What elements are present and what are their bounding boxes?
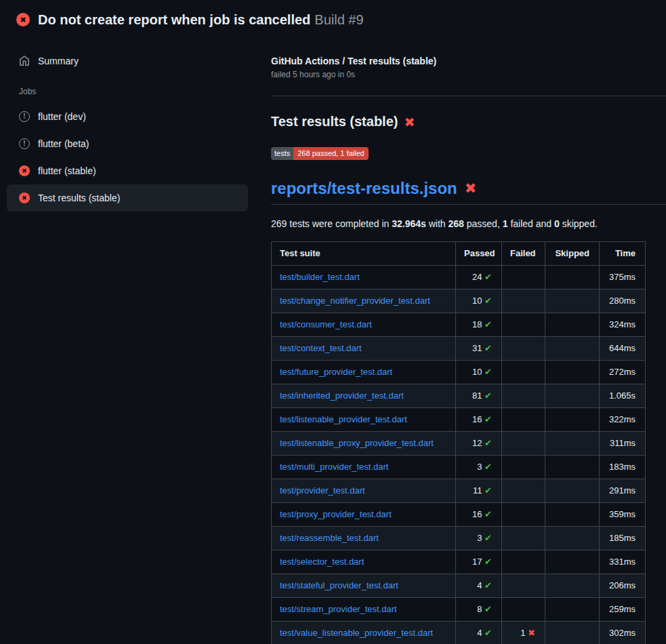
run-meta: failed 5 hours ago in 0s (271, 70, 666, 79)
check-icon: ✔ (484, 462, 492, 472)
results-body: test/builder_test.dart24 ✔375mstest/chan… (272, 266, 646, 644)
sidebar-job-item[interactable]: ✖flutter (stable) (7, 157, 248, 184)
badge-value: 268 passed, 1 failed (293, 147, 368, 160)
suite-cell: test/stateful_provider_test.dart (272, 574, 456, 598)
passed-cell: 31 ✔ (456, 337, 502, 361)
count: 24 (472, 272, 482, 282)
job-label: flutter (beta) (38, 138, 89, 150)
check-icon: ✔ (484, 438, 492, 448)
failed-cell (502, 266, 545, 289)
suite-link[interactable]: test/stream_provider_test.dart (280, 604, 397, 614)
passed-cell: 16 ✔ (456, 503, 502, 527)
count: 8 (477, 604, 482, 614)
column-header: Passed (456, 242, 502, 266)
failed-cell (502, 408, 545, 432)
suite-link[interactable]: test/builder_test.dart (280, 272, 360, 282)
page-layout: Summary Jobs !flutter (dev)!flutter (bet… (0, 35, 666, 644)
failed-cell (502, 361, 545, 384)
skipped-cell (545, 598, 600, 622)
skipped-cell (545, 527, 600, 550)
suite-link[interactable]: test/value_listenable_provider_test.dart (280, 628, 433, 638)
test-suite-row: test/future_provider_test.dart10 ✔272ms (272, 361, 646, 384)
suite-link[interactable]: test/inherited_provider_test.dart (280, 390, 404, 401)
suite-link[interactable]: test/multi_provider_test.dart (280, 462, 388, 472)
sidebar-job-item[interactable]: !flutter (dev) (7, 103, 248, 130)
column-header: Test suite (272, 242, 456, 266)
test-suite-row: test/listenable_proxy_provider_test.dart… (272, 432, 646, 456)
report-heading: reports/test-results.json ✖ (271, 179, 666, 205)
summary-text-part: 268 (449, 218, 464, 229)
test-suite-row: test/context_test.dart31 ✔644ms (272, 337, 646, 361)
suite-link[interactable]: test/selector_test.dart (280, 557, 364, 567)
badge-label: tests (271, 147, 293, 160)
summary-text-part: 32.964s (392, 218, 426, 229)
build-title: Do not create report when job is cancell… (38, 11, 364, 28)
test-suite-row: test/change_notifier_provider_test.dart1… (272, 289, 646, 313)
skipped-cell (545, 289, 600, 313)
main-content: GitHub Actions / Test results (stable) f… (255, 35, 666, 644)
suite-link[interactable]: test/consumer_test.dart (280, 319, 372, 329)
failed-cell: 1 ✖ (502, 622, 545, 644)
run-title: Do not create report when job is cancell… (38, 12, 310, 27)
suite-link[interactable]: test/stateful_provider_test.dart (280, 580, 398, 590)
suite-link[interactable]: test/future_provider_test.dart (280, 367, 392, 377)
summary-text-part: with (426, 218, 449, 229)
sidebar: Summary Jobs !flutter (dev)!flutter (bet… (0, 35, 255, 212)
failed-cell (502, 479, 545, 503)
summary-text-part: 269 tests were completed in (271, 218, 392, 229)
failed-cross-icon: ✖ (404, 115, 415, 129)
time-cell: 302ms (600, 622, 646, 644)
summary-label: Summary (38, 56, 79, 66)
passed-cell: 10 ✔ (456, 289, 502, 313)
passed-cell: 81 ✔ (456, 384, 502, 408)
test-suite-row: test/stateful_provider_test.dart4 ✔206ms (272, 574, 646, 598)
check-icon: ✔ (484, 414, 492, 424)
column-header: Skipped (545, 242, 600, 266)
time-cell: 324ms (600, 313, 646, 337)
count: 12 (472, 438, 482, 448)
test-suite-row: test/listenable_provider_test.dart16 ✔32… (272, 408, 646, 432)
skipped-cell (545, 479, 600, 503)
skipped-cell (545, 503, 600, 527)
passed-cell: 8 ✔ (456, 598, 502, 622)
suite-cell: test/value_listenable_provider_test.dart (272, 622, 456, 644)
count: 18 (472, 319, 482, 329)
suite-link[interactable]: test/reassemble_test.dart (280, 533, 379, 543)
suite-link[interactable]: test/context_test.dart (280, 343, 362, 353)
tests-status-badge: tests 268 passed, 1 failed (271, 147, 369, 160)
summary-text-part: 0 (554, 218, 560, 229)
sidebar-job-item[interactable]: !flutter (beta) (7, 130, 248, 157)
test-suite-row: test/multi_provider_test.dart3 ✔183ms (272, 456, 646, 479)
failed-cell (502, 456, 545, 479)
check-icon: ✔ (484, 485, 492, 496)
suite-link[interactable]: test/listenable_provider_test.dart (280, 414, 407, 424)
suite-link[interactable]: test/listenable_proxy_provider_test.dart (280, 438, 434, 448)
check-icon: ✔ (484, 272, 492, 282)
check-icon: ✔ (484, 296, 492, 306)
time-cell: 311ms (600, 432, 646, 456)
passed-cell: 3 ✔ (456, 456, 502, 479)
passed-cell: 4 ✔ (456, 574, 502, 598)
count: 31 (472, 343, 482, 353)
sidebar-job-item[interactable]: ✖Test results (stable) (7, 184, 248, 212)
suite-cell: test/builder_test.dart (272, 266, 456, 289)
report-file-link[interactable]: reports/test-results.json (271, 179, 457, 198)
suite-link[interactable]: test/provider_test.dart (280, 485, 365, 496)
time-cell: 375ms (600, 266, 646, 289)
count: 16 (472, 414, 482, 424)
build-header: ✖ Do not create report when job is cance… (0, 0, 666, 35)
skipped-cell (545, 361, 600, 384)
check-icon: ✔ (484, 628, 492, 638)
time-cell: 272ms (600, 361, 646, 384)
count: 1 (520, 628, 525, 638)
count: 3 (477, 462, 482, 472)
suite-link[interactable]: test/change_notifier_provider_test.dart (280, 296, 430, 306)
count: 10 (472, 367, 482, 377)
check-icon: ✔ (484, 533, 492, 543)
suite-cell: test/inherited_provider_test.dart (272, 384, 456, 408)
check-icon: ✔ (484, 580, 492, 590)
suite-link[interactable]: test/proxy_provider_test.dart (280, 509, 392, 519)
column-header: Time (600, 242, 646, 266)
time-cell: 322ms (600, 408, 646, 432)
sidebar-item-summary[interactable]: Summary (0, 50, 255, 72)
